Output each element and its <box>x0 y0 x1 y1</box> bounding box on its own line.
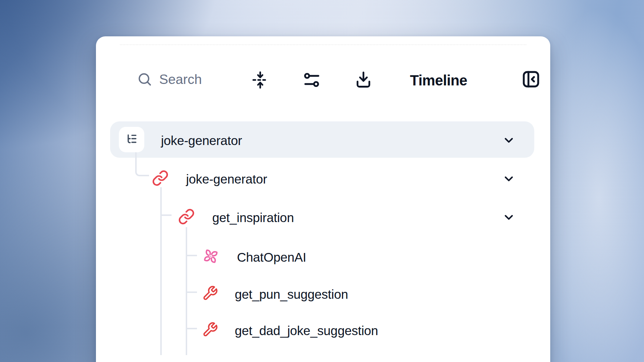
collapse-panel-button[interactable] <box>521 69 541 89</box>
collapse-vertical-icon <box>250 70 270 90</box>
trace-tree-badge <box>119 127 144 152</box>
search-icon <box>137 71 153 87</box>
chain-link-icon <box>152 170 169 186</box>
tree-row-label: ChatOpenAI <box>237 251 306 264</box>
tool-wrench-icon <box>202 322 218 338</box>
chevron-down-icon[interactable] <box>502 172 516 186</box>
chevron-down-icon[interactable] <box>502 210 516 225</box>
search-placeholder: Search <box>159 73 202 86</box>
trace-tree-icon <box>124 132 139 147</box>
tree-row-chatopenai[interactable] <box>110 238 534 273</box>
trace-panel: Search Timeline <box>96 36 550 362</box>
sliders-icon <box>302 70 322 90</box>
download-icon <box>354 70 373 89</box>
tree-row-label: get_pun_suggestion <box>235 288 348 301</box>
tree-row-label: get_inspiration <box>212 211 294 224</box>
tool-wrench-icon <box>202 285 218 301</box>
tree-row-joke-generator[interactable] <box>110 161 534 196</box>
llm-pinwheel-icon <box>202 248 219 265</box>
collapse-all-button[interactable] <box>250 70 270 90</box>
header-divider <box>120 44 526 45</box>
tree-row-label: joke-generator <box>186 173 267 185</box>
view-options-button[interactable] <box>302 70 322 90</box>
download-button[interactable] <box>354 70 373 89</box>
tree-row-label: get_dad_joke_suggestion <box>235 324 378 337</box>
search-button[interactable]: Search <box>137 71 202 87</box>
tree-row-label: joke-generator <box>161 134 242 147</box>
chevron-down-icon[interactable] <box>502 133 516 148</box>
chain-link-icon <box>178 208 195 225</box>
timeline-view-label: Timeline <box>410 72 467 88</box>
collapse-panel-left-icon <box>521 69 541 89</box>
tree-row-get-inspiration[interactable] <box>110 199 534 234</box>
